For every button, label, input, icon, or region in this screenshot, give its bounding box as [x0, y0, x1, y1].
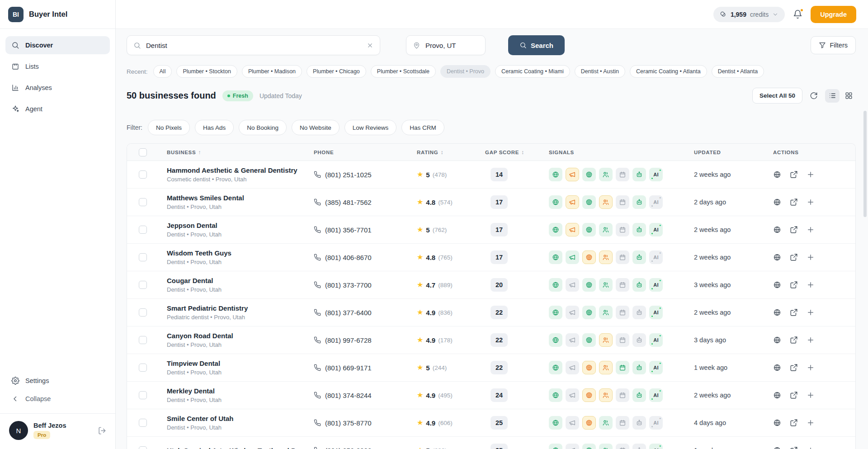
signal-megaphone-icon[interactable] [566, 333, 579, 347]
signal-users-icon[interactable] [599, 444, 613, 449]
signal-users-icon[interactable] [599, 168, 613, 181]
action-globe-icon[interactable] [773, 364, 781, 372]
business-name[interactable]: Utah Surgical Arts, Wisdom Teeth and De.… [167, 447, 314, 449]
action-external-link-icon[interactable] [790, 446, 798, 449]
signal-robot-icon[interactable] [632, 444, 646, 449]
logout-icon[interactable] [98, 426, 106, 435]
row-checkbox[interactable] [139, 391, 147, 399]
signal-robot-icon[interactable] [632, 168, 646, 181]
refresh-icon[interactable] [810, 92, 818, 100]
recent-chip[interactable]: All [153, 65, 172, 78]
avatar[interactable]: N [9, 421, 28, 440]
signal-megaphone-icon[interactable] [566, 416, 579, 430]
business-name[interactable]: Wisdom Teeth Guys [167, 249, 314, 257]
action-plus-icon[interactable] [807, 446, 815, 449]
recent-chip[interactable]: Ceramic Coating • Miami [495, 65, 570, 78]
business-name[interactable]: Timpview Dental [167, 359, 314, 367]
signal-globe-icon[interactable] [549, 361, 562, 374]
scrollbar-thumb[interactable] [863, 111, 867, 217]
search-button[interactable]: Search [508, 35, 565, 55]
filters-button[interactable]: Filters [811, 36, 856, 54]
filter-chip-no-website[interactable]: No Website [292, 120, 340, 135]
signal-megaphone-icon[interactable] [566, 195, 579, 209]
sidebar-item-settings[interactable]: Settings [5, 372, 110, 390]
column-header-business[interactable]: BUSINESS↑ [167, 149, 314, 156]
sidebar-item-agent[interactable]: Agent [5, 100, 110, 118]
signal-target-icon[interactable] [582, 333, 596, 347]
action-external-link-icon[interactable] [790, 198, 798, 206]
row-checkbox[interactable] [139, 308, 147, 317]
action-external-link-icon[interactable] [790, 391, 798, 399]
row-checkbox[interactable] [139, 253, 147, 261]
signal-globe-icon[interactable] [549, 416, 562, 430]
recent-chip[interactable]: Plumber • Madison [242, 65, 302, 78]
signal-users-icon[interactable] [599, 223, 613, 236]
action-globe-icon[interactable] [773, 253, 781, 261]
action-external-link-icon[interactable] [790, 170, 798, 179]
signal-users-icon[interactable] [599, 250, 613, 264]
signal-target-icon[interactable] [582, 250, 596, 264]
signal-target-icon[interactable] [582, 444, 596, 449]
action-external-link-icon[interactable] [790, 308, 798, 317]
action-external-link-icon[interactable] [790, 253, 798, 261]
recent-chip[interactable]: Ceramic Coating • Atlanta [630, 65, 707, 78]
signal-calendar-icon[interactable] [616, 250, 629, 264]
list-view-button[interactable] [825, 89, 840, 103]
row-checkbox[interactable] [139, 281, 147, 289]
signal-target-icon[interactable] [582, 306, 596, 319]
action-plus-icon[interactable] [807, 253, 815, 261]
signal-robot-icon[interactable] [632, 306, 646, 319]
recent-chip[interactable]: Plumber • Chicago [307, 65, 366, 78]
signal-users-icon[interactable] [599, 361, 613, 374]
signal-users-icon[interactable] [599, 416, 613, 430]
signal-calendar-icon[interactable] [616, 416, 629, 430]
filter-chip-has-ads[interactable]: Has Ads [195, 120, 234, 135]
recent-chip[interactable]: Plumber • Stockton [176, 65, 237, 78]
signal-globe-icon[interactable] [549, 168, 562, 181]
signal-robot-icon[interactable] [632, 361, 646, 374]
action-globe-icon[interactable] [773, 419, 781, 427]
signal-target-icon[interactable] [582, 388, 596, 402]
signal-robot-icon[interactable] [632, 195, 646, 209]
action-plus-icon[interactable] [807, 308, 815, 317]
sidebar-collapse-button[interactable]: Collapse [5, 390, 110, 408]
action-plus-icon[interactable] [807, 391, 815, 399]
location-input[interactable]: Provo, UT [406, 35, 486, 55]
signal-ai-icon[interactable]: AI✦ [649, 444, 663, 449]
signal-users-icon[interactable] [599, 195, 613, 209]
action-globe-icon[interactable] [773, 226, 781, 234]
signal-ai-icon[interactable]: AI✦ [649, 361, 663, 374]
signal-megaphone-icon[interactable] [566, 306, 579, 319]
signal-calendar-icon[interactable] [616, 444, 629, 449]
signal-ai-icon[interactable]: AI✦ [649, 278, 663, 292]
row-checkbox[interactable] [139, 336, 147, 344]
business-name[interactable]: Matthews Smiles Dental [167, 194, 314, 202]
signal-robot-icon[interactable] [632, 278, 646, 292]
action-globe-icon[interactable] [773, 170, 781, 179]
signal-target-icon[interactable] [582, 168, 596, 181]
action-external-link-icon[interactable] [790, 336, 798, 344]
signal-robot-icon[interactable] [632, 333, 646, 347]
credits-pill[interactable]: 1,959 credits [713, 7, 785, 22]
action-plus-icon[interactable] [807, 336, 815, 344]
signal-robot-icon[interactable] [632, 250, 646, 264]
signal-megaphone-icon[interactable] [566, 388, 579, 402]
row-checkbox[interactable] [139, 170, 147, 179]
filter-chip-no-booking[interactable]: No Booking [239, 120, 287, 135]
signal-target-icon[interactable] [582, 416, 596, 430]
signal-ai-icon[interactable]: AI✦ [649, 195, 663, 209]
notifications-button[interactable] [793, 9, 802, 19]
signal-target-icon[interactable] [582, 361, 596, 374]
upgrade-button[interactable]: Upgrade [811, 6, 856, 23]
action-plus-icon[interactable] [807, 226, 815, 234]
row-checkbox[interactable] [139, 364, 147, 372]
filter-chip-no-pixels[interactable]: No Pixels [148, 120, 190, 135]
signal-ai-icon[interactable]: AI✦ [649, 168, 663, 181]
column-header-gap-score[interactable]: GAP SCORE↕ [485, 149, 549, 156]
signal-ai-icon[interactable]: AI✦ [649, 223, 663, 236]
signal-ai-icon[interactable]: AI✦ [649, 333, 663, 347]
signal-calendar-icon[interactable] [616, 223, 629, 236]
signal-globe-icon[interactable] [549, 333, 562, 347]
signal-megaphone-icon[interactable] [566, 444, 579, 449]
signal-calendar-icon[interactable] [616, 168, 629, 181]
